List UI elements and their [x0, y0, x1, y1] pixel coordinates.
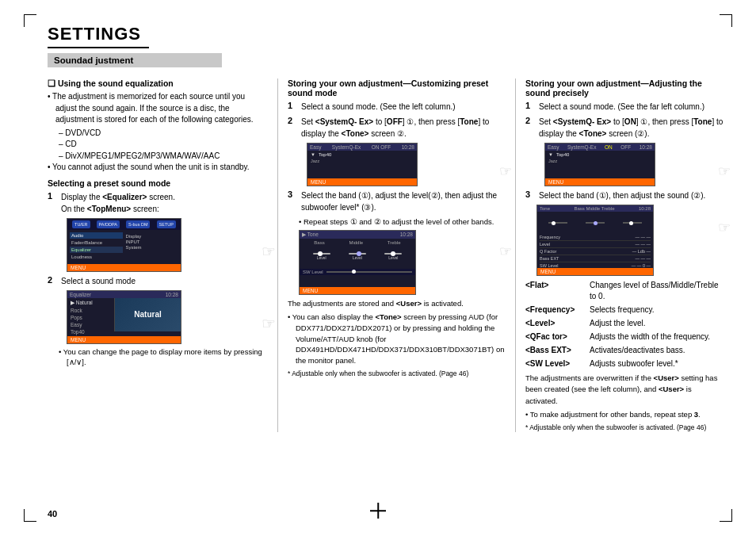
col3-note1: The adjustments are overwritten if the <… — [525, 373, 724, 407]
step-1-text: Display the <Equalizer> screen.On the <T… — [61, 191, 268, 215]
tone-menu-col2-s3: MENU — [300, 287, 415, 294]
indent-3: – DivX/MPEG1/MPEG2/MP3/WMA/WAV/AAC — [48, 151, 268, 163]
tone-menu-col3-s2: MENU — [545, 178, 655, 186]
col3-step1-text: Select a sound mode. (See the far left c… — [539, 101, 724, 113]
col2-step2-num: 2 — [288, 116, 297, 125]
indent-2: – CD — [48, 139, 268, 151]
icon-setup: SETUP — [157, 220, 176, 228]
def-row-sw-level: <SW Level> Adjusts subwoofer level.* — [525, 358, 724, 369]
def-row-bass-ext: <Bass EXT> Activates/deactivates bass. — [525, 345, 724, 356]
col2-step1-num: 1 — [288, 101, 297, 110]
col2-step1: 1 Select a sound mode. (See the left col… — [288, 101, 506, 113]
screen-time: 10:28 — [166, 292, 178, 297]
def-term-qfactor: <QFac tor> — [525, 331, 585, 343]
col2-step3-note: Repeat steps ① and ② to adjust the level… — [299, 216, 506, 228]
soundmode-screen: Equalizer 10:28 ▶ Natural Rock Pops Easy… — [67, 290, 181, 344]
tone-menu-col2-s2: MENU — [307, 178, 417, 186]
tone-screen-col3-step2: Easy SystemQ-Ex ON OFF 10:28 ▼ Top40 Jaz… — [544, 143, 655, 186]
col3-step2: 2 Set <SystemQ- Ex> to [ON] ①, then pres… — [525, 116, 724, 140]
column-2: Storing your own adjustment—Customizing … — [277, 78, 515, 432]
col3-step2-num: 2 — [525, 116, 535, 125]
def-term-level: <Level> — [525, 318, 585, 329]
step-1-num: 1 — [48, 191, 57, 201]
indent-1: – DVD/VCD — [48, 128, 268, 140]
def-row-flat: <Flat> Changes level of Bass/Middle/Treb… — [525, 280, 724, 302]
step-2-text: Select a sound mode — [61, 275, 268, 287]
page-title: SETTINGS — [48, 24, 149, 48]
col2-footnote: * Adjustable only when the subwoofer is … — [288, 369, 506, 379]
hand-cursor-col3-s2: ☞ — [718, 163, 731, 180]
topmenu-screen: TU/ER PA/DDPA S-bus DM SETUP Audio Fader… — [67, 218, 181, 272]
def-term-bass-ext: <Bass EXT> — [525, 345, 585, 356]
col2-step2-text: Set <SystemQ- Ex> to [OFF] ①, then press… — [301, 116, 506, 140]
def-term-freq: <Frequency> — [525, 304, 585, 316]
screen-title-soundmode: Equalizer 10:28 — [67, 291, 181, 298]
tone-title-col3-s2: Easy SystemQ-Ex ON OFF 10:28 — [545, 144, 655, 151]
definitions-table: <Flat> Changes level of Bass/Middle/Treb… — [525, 280, 724, 369]
col3-footnote: * Adjustable only when the subwoofer is … — [525, 423, 724, 433]
col2-step3-num: 3 — [288, 190, 297, 199]
col3-step1-num: 1 — [525, 101, 535, 110]
col2-step3-text: Select the band (①), adjust the level(②)… — [301, 190, 506, 213]
def-row-qfactor: <QFac tor> Adjusts the width of the freq… — [525, 331, 724, 343]
def-row-level: <Level> Adjust the level. — [525, 318, 724, 329]
page-number: 40 — [48, 509, 57, 519]
tone-title-col2-s3: ▶ Tone 10:28 — [300, 231, 415, 239]
hand-cursor-col2-s3: ☞ — [499, 243, 512, 289]
step-2-num: 2 — [48, 275, 57, 285]
icon-paddpa: PA/DDPA — [97, 220, 120, 228]
def-desc-bass-ext: Activates/deactivates bass. — [590, 345, 685, 356]
col3-note2: To make adjustment for other bands, repe… — [525, 409, 724, 420]
col2-step3: 3 Select the band (①), adjust the level(… — [288, 190, 506, 213]
col3-step1: 1 Select a sound mode. (See the far left… — [525, 101, 724, 113]
screen-icon-row: TU/ER PA/DDPA S-bus DM SETUP — [67, 219, 181, 230]
def-desc-flat: Changes level of Bass/Middle/Treble to 0… — [590, 280, 724, 302]
tone-screen-col2-step2: Easy SystemQ-Ex ON OFF 10:28 ▼ Top40 Jaz… — [307, 143, 418, 186]
bullet-1: The adjustment is memorized for each sou… — [48, 91, 268, 126]
section-bar: Soundad justment — [48, 53, 222, 67]
screen-menu-bar-2: MENU — [67, 336, 181, 343]
sub-heading-equalization: ❑ Using the sound equalization — [48, 78, 268, 88]
column-3: Storing your own adjustment—Adjusting th… — [515, 78, 724, 432]
def-desc-level: Adjust the level. — [590, 318, 646, 329]
icon-tuer: TU/ER — [72, 220, 90, 228]
col2-note2: You can also display the <Tone> screen b… — [288, 312, 506, 366]
col2-note1: The adjustments are stored and <User> is… — [288, 298, 506, 309]
col3-step3: 3 Select the band (①), then adjust the s… — [525, 190, 724, 201]
screen-title-label: Equalizer — [70, 292, 91, 297]
col2-step1-text: Select a sound mode. (See the left colum… — [301, 101, 506, 113]
def-term-sw-level: <SW Level> — [525, 358, 585, 369]
def-desc-sw-level: Adjusts subwoofer level.* — [590, 358, 678, 369]
col3-heading: Storing your own adjustment—Adjusting th… — [525, 78, 724, 98]
step-1: 1 Display the <Equalizer> screen.On the … — [48, 191, 268, 215]
hand-cursor-1: ☞ — [262, 242, 276, 261]
col3-step3-text: Select the band (①), then adjust the sou… — [539, 190, 724, 201]
def-row-freq: <Frequency> Selects frequency. — [525, 304, 724, 316]
icon-sbusdom: S-bus DM — [126, 220, 150, 228]
col3-step3-num: 3 — [525, 190, 535, 199]
hand-cursor-col3-s3: ☞ — [718, 219, 731, 270]
tone-title-col2-s2: Easy SystemQ-Ex ON OFF 10:28 — [307, 144, 417, 151]
tone-title-col3-s3: Tone Bass Middle Treble 10:28 — [537, 205, 653, 212]
bullet-2: You cannot adjust the sound when the uni… — [48, 162, 268, 174]
column-1: ❑ Using the sound equalization The adjus… — [48, 78, 277, 432]
sub-heading-preset: Selecting a preset sound mode — [48, 178, 268, 188]
col3-step2-text: Set <SystemQ- Ex> to [ON] ①, then press … — [539, 116, 724, 140]
hand-cursor-2: ☞ — [262, 314, 276, 333]
hand-cursor-col2-s2: ☞ — [499, 163, 512, 180]
def-desc-qfactor: Adjusts the width of the frequency. — [590, 331, 710, 343]
screen-menu-bar-1: MENU — [67, 264, 181, 271]
step-2: 2 Select a sound mode — [48, 275, 268, 287]
col2-heading: Storing your own adjustment—Customizing … — [288, 78, 506, 98]
def-term-flat: <Flat> — [525, 280, 585, 302]
step2-note: You can change the page to display more … — [59, 346, 268, 369]
col2-step2: 2 Set <SystemQ- Ex> to [OFF] ①, then pre… — [288, 116, 506, 140]
tone-menu-col3-s3: MENU — [537, 268, 653, 275]
def-desc-freq: Selects frequency. — [590, 304, 655, 316]
